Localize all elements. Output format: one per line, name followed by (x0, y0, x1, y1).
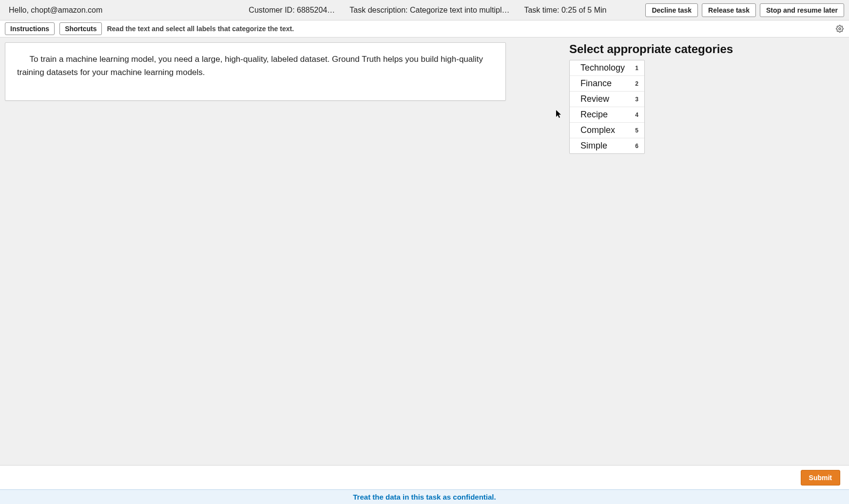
stop-resume-button[interactable]: Stop and resume later (760, 3, 844, 17)
toolbar-hint: Read the text and select all labels that… (107, 25, 294, 33)
category-shortcut: 4 (635, 112, 638, 118)
category-item-simple[interactable]: Simple 6 (570, 138, 644, 153)
svg-point-0 (839, 28, 841, 30)
category-label: Simple (580, 141, 607, 151)
confidential-banner: Treat the data in this task as confident… (0, 489, 849, 504)
toolbar: Instructions Shortcuts Read the text and… (0, 20, 849, 37)
category-shortcut: 2 (635, 80, 638, 87)
category-shortcut: 5 (635, 127, 638, 134)
category-list: Technology 1 Finance 2 Review 3 Recipe 4… (569, 60, 645, 154)
category-item-review[interactable]: Review 3 (570, 92, 644, 107)
category-label: Finance (580, 78, 612, 89)
shortcuts-button[interactable]: Shortcuts (59, 22, 102, 35)
category-item-complex[interactable]: Complex 5 (570, 123, 644, 138)
category-label: Recipe (580, 110, 608, 120)
release-task-button[interactable]: Release task (702, 3, 756, 17)
top-actions: Decline task Release task Stop and resum… (645, 3, 844, 17)
task-text: To train a machine learning model, you n… (17, 53, 494, 79)
text-panel: To train a machine learning model, you n… (5, 42, 506, 101)
task-description: Task description: Categorize text into m… (349, 6, 509, 15)
top-bar: Hello, chopt@amazon.com Customer ID: 688… (0, 0, 849, 20)
category-item-recipe[interactable]: Recipe 4 (570, 107, 644, 123)
cursor-icon (556, 110, 562, 118)
settings-icon[interactable] (835, 24, 844, 33)
category-shortcut: 1 (635, 65, 638, 72)
instructions-button[interactable]: Instructions (5, 22, 55, 35)
category-panel: Select appropriate categories Technology… (569, 42, 733, 154)
category-label: Technology (580, 63, 625, 73)
footer-bar: Submit (0, 465, 849, 489)
decline-task-button[interactable]: Decline task (645, 3, 698, 17)
category-shortcut: 6 (635, 143, 638, 149)
task-time: Task time: 0:25 of 5 Min (524, 6, 606, 15)
customer-id: Customer ID: 6885204… (249, 6, 335, 15)
category-shortcut: 3 (635, 96, 638, 103)
category-label: Complex (580, 125, 615, 135)
workspace: To train a machine learning model, you n… (0, 37, 849, 465)
category-item-finance[interactable]: Finance 2 (570, 76, 644, 92)
category-label: Review (580, 94, 609, 104)
task-meta-group: Customer ID: 6885204… Task description: … (249, 6, 606, 15)
greeting-text: Hello, chopt@amazon.com (5, 6, 102, 15)
category-title: Select appropriate categories (569, 42, 733, 56)
category-item-technology[interactable]: Technology 1 (570, 60, 644, 76)
submit-button[interactable]: Submit (801, 470, 840, 485)
confidential-text: Treat the data in this task as confident… (353, 493, 496, 501)
